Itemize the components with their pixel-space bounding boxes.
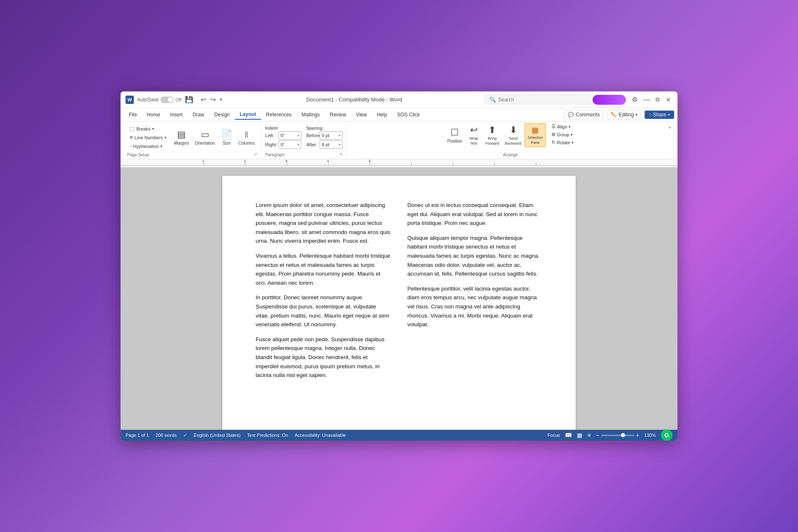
- view-print-layout[interactable]: 📖: [565, 432, 572, 438]
- track-changes-icon[interactable]: ✓: [183, 433, 187, 438]
- tab-draw[interactable]: Draw: [187, 110, 209, 119]
- text-predictions[interactable]: Text Predictions: On: [247, 433, 288, 438]
- hyphenation-label: Hyphenation: [133, 144, 159, 149]
- size-icon: 📄: [221, 129, 232, 140]
- paragraph-group-label: Paragraph: [265, 153, 285, 157]
- zoom-value[interactable]: 130%: [644, 433, 656, 438]
- title-icons: ⚙ — ⧉ ✕: [629, 95, 672, 104]
- selection-pane-button[interactable]: ▦ Selection Pane: [525, 123, 546, 147]
- tab-view[interactable]: View: [351, 110, 372, 119]
- settings-icon[interactable]: ⚙: [629, 95, 640, 104]
- share-icon: ↑: [649, 112, 651, 118]
- undo-button[interactable]: ↩: [199, 95, 208, 104]
- share-button[interactable]: ↑ Share ▾: [645, 111, 674, 119]
- document-page[interactable]: Lorem ipsum dolor sit amet, consectetuer…: [222, 176, 576, 430]
- zoom-in-button[interactable]: +: [636, 432, 639, 438]
- spacing-after-input[interactable]: 8 pt ▾: [320, 140, 342, 149]
- quick-access-more[interactable]: ▾: [218, 96, 224, 103]
- rotate-icon: ↻: [552, 140, 555, 145]
- redo-button[interactable]: ↪: [209, 95, 217, 104]
- ribbon-expand-button[interactable]: ⌄: [667, 123, 672, 130]
- word-app-icon: W: [126, 96, 134, 104]
- rotate-dropdown: ▾: [571, 140, 574, 145]
- spacing-before-label: Before:: [306, 133, 318, 138]
- paragraph-3: In porttitor. Donec laoreet nonummy augu…: [256, 293, 391, 329]
- tab-file[interactable]: File: [124, 110, 142, 119]
- page-info[interactable]: Page 1 of 1: [126, 433, 149, 438]
- profile-area[interactable]: [593, 95, 626, 105]
- zoom-track[interactable]: [601, 435, 634, 436]
- search-icon: 🔍: [489, 96, 496, 103]
- paragraph-6: Quisque aliquam tempor magna. Pellentesq…: [407, 234, 542, 278]
- position-label: Position: [447, 139, 462, 143]
- hyphenation-dropdown: ▾: [160, 144, 163, 148]
- autosave-toggle[interactable]: [160, 96, 174, 103]
- language-indicator[interactable]: English (United States): [194, 433, 241, 438]
- send-backward-button[interactable]: ⬇ Send Backward: [502, 123, 524, 147]
- search-bar[interactable]: 🔍: [485, 95, 593, 104]
- tab-insert[interactable]: Insert: [165, 110, 187, 119]
- accessibility-status[interactable]: Accessibility: Unavailable: [295, 433, 346, 438]
- save-icon[interactable]: 💾: [185, 96, 193, 103]
- focus-button[interactable]: Focus: [547, 433, 560, 438]
- line-numbers-icon: ≡: [130, 134, 133, 140]
- tab-sos-click[interactable]: SOS Click: [392, 110, 425, 119]
- editing-button[interactable]: ✏️ Editing ▾: [607, 110, 641, 119]
- bring-forward-button[interactable]: ⬆ Bring Forward: [483, 123, 502, 147]
- tab-review[interactable]: Review: [325, 110, 351, 119]
- bring-forward-icon: ⬆: [488, 125, 496, 135]
- grammarly-button[interactable]: G: [661, 429, 672, 441]
- zoom-thumb[interactable]: [621, 433, 625, 437]
- view-web-layout[interactable]: ▦: [577, 432, 582, 438]
- autosave-area: AutoSave Off: [137, 96, 182, 103]
- indent-right-input[interactable]: 0" ▾: [278, 140, 301, 149]
- align-icon: ☰: [552, 124, 556, 129]
- close-button[interactable]: ✕: [664, 96, 672, 104]
- orientation-label: Orientation: [195, 141, 215, 145]
- word-count[interactable]: 206 words: [155, 433, 177, 438]
- status-bar: Page 1 of 1 206 words ✓ English (United …: [121, 430, 677, 441]
- ruler-svg: 1 2 3 4 5: [121, 159, 677, 167]
- hyphenation-button[interactable]: - Hyphenation ▾: [127, 142, 169, 150]
- wrap-text-button[interactable]: ↩ Wrap Text: [466, 123, 482, 147]
- group-button[interactable]: ⊞ Group ▾: [549, 131, 576, 138]
- margins-button[interactable]: ▤ Margins: [172, 128, 192, 147]
- breaks-button[interactable]: ⬚ Breaks ▾: [127, 125, 169, 133]
- spacing-after-label: After:: [306, 142, 318, 147]
- zoom-out-button[interactable]: −: [596, 432, 599, 438]
- word-window: W AutoSave Off 💾 ↩ ↪ ▾ Document1 - Compa…: [121, 91, 677, 441]
- orientation-button[interactable]: ▭ Orientation: [192, 128, 218, 147]
- minimize-button[interactable]: —: [643, 96, 651, 104]
- line-numbers-button[interactable]: ≡ Line Numbers ▾: [127, 133, 169, 141]
- search-input[interactable]: [498, 97, 581, 103]
- columns-button[interactable]: ⫴ Columns: [236, 128, 257, 147]
- document-area: Lorem ipsum dolor sit amet, consectetuer…: [121, 167, 677, 430]
- spacing-before-row: Before: 0 pt ▾: [306, 131, 342, 140]
- status-bar-right: Focus 📖 ▦ ≡ − + 130% G: [547, 429, 672, 441]
- indent-left-input[interactable]: 0" ▾: [278, 131, 301, 140]
- comments-button[interactable]: 💬 Comments: [564, 110, 603, 119]
- rotate-button[interactable]: ↻ Rotate ▾: [549, 139, 576, 146]
- view-read-mode[interactable]: ≡: [587, 432, 591, 438]
- size-button[interactable]: 📄 Size: [219, 128, 235, 147]
- spacing-before-input[interactable]: 0 pt ▾: [320, 131, 342, 140]
- ribbon-tabs: File Home Insert Draw Design Layout Refe…: [121, 108, 677, 121]
- tab-layout[interactable]: Layout: [235, 110, 261, 120]
- paragraph-expand-icon[interactable]: ↗: [339, 152, 342, 156]
- position-button[interactable]: ☐ Position: [445, 123, 465, 147]
- tab-references[interactable]: References: [261, 110, 296, 119]
- indent-column: Indent Left: 0" ▾ Right:: [265, 126, 301, 149]
- indent-right-label: Right:: [265, 142, 277, 147]
- restore-button[interactable]: ⧉: [653, 96, 662, 104]
- tab-help[interactable]: Help: [372, 110, 392, 119]
- line-numbers-label: Line Numbers: [135, 135, 163, 140]
- svg-text:5: 5: [369, 159, 371, 163]
- tab-home[interactable]: Home: [142, 110, 165, 119]
- bring-forward-label2: Forward: [485, 141, 499, 145]
- title-bar-left: W AutoSave Off 💾 ↩ ↪ ▾: [126, 95, 224, 104]
- tab-design[interactable]: Design: [209, 110, 234, 119]
- ribbon: File Home Insert Draw Design Layout Refe…: [121, 108, 677, 159]
- page-setup-expand-icon[interactable]: ↗: [254, 152, 257, 156]
- tab-mailings[interactable]: Mailings: [296, 110, 325, 119]
- align-button[interactable]: ☰ Align ▾: [549, 123, 576, 130]
